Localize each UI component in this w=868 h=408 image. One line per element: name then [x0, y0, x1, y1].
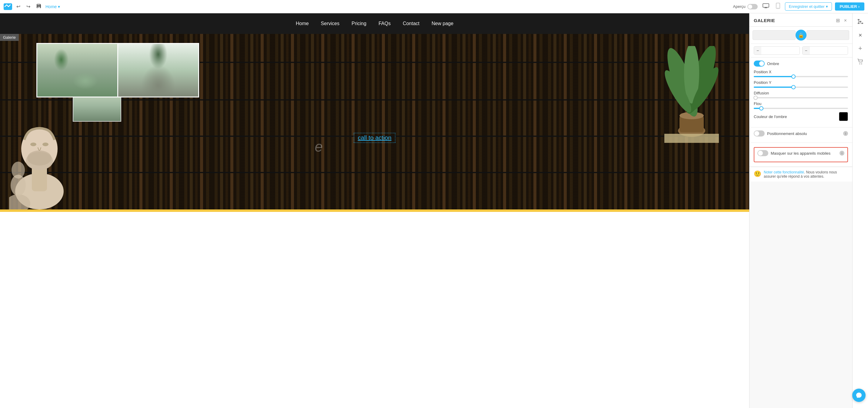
- canvas-area: Home Services Pricing FAQs Contact New p…: [0, 13, 749, 408]
- preview-label: Aperçu: [733, 4, 746, 9]
- hide-mobile-row: Masquer sur les appareils mobiles i: [757, 150, 844, 156]
- position-y-label: Position Y: [754, 80, 848, 85]
- feedback-text-block: Noter cette fonctionnalité. Nous voulons…: [764, 170, 848, 178]
- height-input-area[interactable]: [806, 30, 849, 40]
- position-y-slider[interactable]: [754, 87, 848, 88]
- height-decrease-button[interactable]: −: [803, 46, 810, 55]
- svg-point-19: [150, 44, 183, 93]
- cart-button[interactable]: [855, 56, 867, 68]
- logo-icon: [4, 3, 12, 10]
- nav-contact[interactable]: Contact: [403, 21, 420, 26]
- absolute-pos-toggle[interactable]: [754, 131, 765, 136]
- width-input-area[interactable]: [752, 30, 796, 40]
- blur-thumb[interactable]: [759, 106, 764, 110]
- plant-right-shelf: [664, 46, 719, 143]
- main-layout: Home Services Pricing FAQs Contact New p…: [0, 13, 868, 408]
- shadow-color-swatch[interactable]: [839, 112, 848, 121]
- svg-point-55: [861, 64, 862, 65]
- svg-rect-46: [858, 19, 860, 20]
- toolbar-left: ↩ ↪ Home ▾: [4, 2, 731, 11]
- svg-point-31: [30, 142, 36, 146]
- home-page-label[interactable]: Home ▾: [45, 4, 60, 9]
- bust-sculpture: [9, 82, 70, 209]
- svg-point-54: [859, 64, 860, 65]
- diffusion-slider[interactable]: [754, 97, 848, 98]
- undo-button[interactable]: ↩: [14, 2, 22, 10]
- width-input[interactable]: [761, 47, 800, 55]
- svg-point-12: [37, 67, 44, 79]
- bust-svg: [9, 82, 70, 209]
- gallery-background[interactable]: call to action e: [0, 34, 749, 209]
- shadow-toggle[interactable]: [754, 61, 765, 67]
- panel-header-icons: ⊞ ×: [835, 17, 848, 24]
- shadow-toggle-row: Ombre: [754, 61, 848, 67]
- nav-services[interactable]: Services: [321, 21, 339, 26]
- bottom-accent-bar: [0, 209, 749, 212]
- shadow-section: Ombre Position X Position Y Di: [749, 58, 852, 128]
- svg-rect-24: [86, 112, 98, 122]
- position-x-thumb[interactable]: [791, 74, 796, 79]
- blur-control: Flou: [754, 101, 848, 109]
- absolute-pos-row: Positionnement absolu i: [754, 131, 848, 136]
- diffusion-thumb[interactable]: [753, 96, 758, 100]
- hide-mobile-info-icon[interactable]: i: [839, 151, 844, 156]
- lock-icon[interactable]: 🔒: [796, 30, 806, 40]
- svg-rect-15: [103, 79, 110, 80]
- position-x-slider[interactable]: [754, 76, 848, 77]
- width-decrease-button[interactable]: −: [754, 46, 761, 55]
- svg-point-33: [27, 150, 52, 166]
- dimension-controls: − + − +: [749, 44, 852, 58]
- position-x-label: Position X: [754, 70, 848, 74]
- lock-row: 🔒: [749, 27, 852, 44]
- position-y-control: Position Y: [754, 80, 848, 88]
- publish-button[interactable]: PUBLIER ›: [835, 2, 864, 10]
- panel-title: GALERIE: [754, 18, 775, 23]
- galerie-badge[interactable]: Galerie: [0, 34, 19, 41]
- gallery-section: Galerie: [0, 34, 749, 212]
- feedback-link[interactable]: Noter cette fonctionnalité: [764, 170, 804, 174]
- panel-x-close-button[interactable]: ×: [855, 29, 867, 41]
- svg-rect-16: [118, 44, 199, 98]
- cta-button-overlay[interactable]: call to action: [354, 133, 395, 143]
- add-element-button[interactable]: +: [855, 42, 867, 55]
- absolute-pos-info-icon[interactable]: i: [843, 131, 848, 136]
- gallery-image-2[interactable]: [117, 43, 199, 98]
- nav-pricing[interactable]: Pricing: [351, 21, 366, 26]
- nav-home[interactable]: Home: [296, 21, 309, 26]
- height-input[interactable]: [810, 47, 848, 55]
- blur-slider[interactable]: [754, 108, 848, 109]
- diffusion-control: Diffusion: [754, 91, 848, 98]
- svg-point-3: [778, 7, 778, 8]
- feedback-emoji: 🙂: [754, 170, 761, 177]
- desktop-view-button[interactable]: [761, 2, 771, 11]
- letter-decoration: e: [315, 138, 323, 155]
- hide-mobile-label: Masquer sur les appareils mobiles: [771, 151, 837, 156]
- preview-toggle-area: Aperçu: [733, 4, 758, 9]
- mobile-view-button[interactable]: [774, 1, 782, 11]
- save-quit-button[interactable]: Enregistrer et quitter ▾: [785, 2, 832, 10]
- sitemap-button[interactable]: [855, 16, 867, 28]
- shadow-color-row: Couleur de l'ombre: [754, 112, 848, 121]
- gallery-image-2-content: [118, 44, 199, 98]
- svg-rect-13: [104, 80, 108, 88]
- position-y-fill: [754, 87, 794, 88]
- absolute-pos-label: Positionnement absolu: [767, 131, 841, 136]
- shadow-label: Ombre: [767, 62, 848, 66]
- position-y-thumb[interactable]: [791, 85, 796, 89]
- blur-label: Flou: [754, 101, 848, 106]
- preview-toggle-switch[interactable]: [747, 4, 758, 9]
- hide-mobile-section: Masquer sur les appareils mobiles i: [749, 143, 852, 167]
- panel-close-button[interactable]: ×: [843, 17, 848, 24]
- panel-pin-button[interactable]: ⊞: [835, 17, 841, 24]
- save-button[interactable]: [35, 2, 43, 11]
- width-control: − +: [754, 46, 800, 55]
- plant-right-svg: [664, 46, 719, 143]
- height-control: − +: [802, 46, 848, 55]
- absolute-position-section: Positionnement absolu i: [749, 128, 852, 143]
- nav-new-page[interactable]: New page: [432, 21, 454, 26]
- chat-bubble-button[interactable]: [852, 388, 866, 402]
- redo-button[interactable]: ↪: [25, 2, 32, 10]
- hide-mobile-toggle[interactable]: [757, 150, 768, 156]
- nav-faqs[interactable]: FAQs: [378, 21, 391, 26]
- svg-point-36: [11, 162, 25, 178]
